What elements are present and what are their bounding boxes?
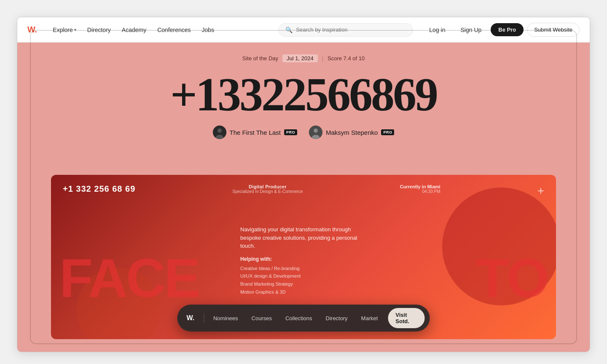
sotd-score: Score 7.4 of 10 xyxy=(328,55,365,62)
nav-conferences[interactable]: Conferences xyxy=(153,24,195,36)
preview-city: Currently in Miami xyxy=(400,184,440,189)
toolbar-visit-button[interactable]: Visit Sotd. xyxy=(388,308,424,328)
author-name-first: The First The Last xyxy=(230,129,281,136)
toolbar-nominees[interactable]: Nominees xyxy=(207,312,244,325)
pro-badge-second: PRO xyxy=(381,129,394,135)
toolbar-market[interactable]: Market xyxy=(355,312,384,325)
nav-actions: Log in Sign Up Be Pro Submit Website xyxy=(423,23,580,37)
svg-point-4 xyxy=(314,128,318,133)
nav-links: Explore ▾ Directory Academy Conferences … xyxy=(48,24,218,36)
site-logo[interactable]: W. xyxy=(27,25,37,35)
sotd-header: Site of the Day Jul 1, 2024 | Score 7.4 … xyxy=(17,43,590,67)
chevron-down-icon: ▾ xyxy=(74,27,76,32)
nav-explore[interactable]: Explore ▾ xyxy=(48,24,80,36)
browser-window: W. Explore ▾ Directory Academy Conferenc… xyxy=(17,17,590,352)
submit-website-button[interactable]: Submit Website xyxy=(527,23,580,37)
main-content: Site of the Day Jul 1, 2024 | Score 7.4 … xyxy=(17,43,590,352)
author-second[interactable]: Maksym Stepenko PRO xyxy=(309,126,394,139)
nav-directory[interactable]: Directory xyxy=(83,24,115,36)
navbar: W. Explore ▾ Directory Academy Conferenc… xyxy=(17,17,590,43)
preview-desc-text: Navigating your digital transformation t… xyxy=(240,225,367,250)
toolbar-courses[interactable]: Courses xyxy=(246,312,278,325)
preview-card: +1 332 256 68 69 Digital Producer Specia… xyxy=(51,175,556,339)
avatar-first xyxy=(213,126,226,139)
face-text: FACE xyxy=(59,251,199,305)
nav-jobs[interactable]: Jobs xyxy=(198,24,219,36)
login-button[interactable]: Log in xyxy=(423,23,451,37)
preview-location: Currently in Miami 04:20 PM xyxy=(400,184,440,194)
avatar-second xyxy=(309,126,322,139)
pro-badge-first: PRO xyxy=(284,129,297,135)
nav-academy[interactable]: Academy xyxy=(118,24,150,36)
author-first[interactable]: The First The Last PRO xyxy=(213,126,297,139)
preview-role-sub: Specialized In Design & E-Commerce xyxy=(232,189,303,194)
preview-phone: +1 332 256 68 69 xyxy=(63,184,135,194)
toolbar-collections[interactable]: Collections xyxy=(279,312,318,325)
preview-plus-icon[interactable]: + xyxy=(537,184,544,198)
be-pro-button[interactable]: Be Pro xyxy=(491,23,524,36)
search-input[interactable] xyxy=(296,27,406,33)
preview-time: 04:20 PM xyxy=(400,189,440,194)
toolbar-logo[interactable]: W. xyxy=(183,312,199,324)
svg-point-1 xyxy=(218,128,222,133)
sotd-meta: Site of the Day Jul 1, 2024 | Score 7.4 … xyxy=(242,54,365,62)
preview-big-text: FACE TO xyxy=(51,251,556,305)
floating-toolbar: W. Nominees Courses Collections Director… xyxy=(177,305,430,332)
authors-row: The First The Last PRO Maksym Stepenko P… xyxy=(17,126,590,139)
author-name-second: Maksym Stepenko xyxy=(326,129,378,136)
sotd-date: Jul 1, 2024 xyxy=(282,54,318,62)
search-box: 🔍 xyxy=(278,23,413,37)
to-text: TO xyxy=(476,251,548,305)
sotd-pipe: | xyxy=(322,55,323,62)
hero-title: +13322566869 xyxy=(17,71,590,118)
toolbar-divider xyxy=(204,313,204,323)
toolbar-directory[interactable]: Directory xyxy=(320,312,354,325)
sotd-label: Site of the Day xyxy=(242,55,278,62)
search-icon: 🔍 xyxy=(285,27,293,33)
preview-meta: Digital Producer Specialized In Design &… xyxy=(232,184,303,194)
preview-role-title: Digital Producer xyxy=(232,184,303,189)
signup-button[interactable]: Sign Up xyxy=(454,23,487,37)
